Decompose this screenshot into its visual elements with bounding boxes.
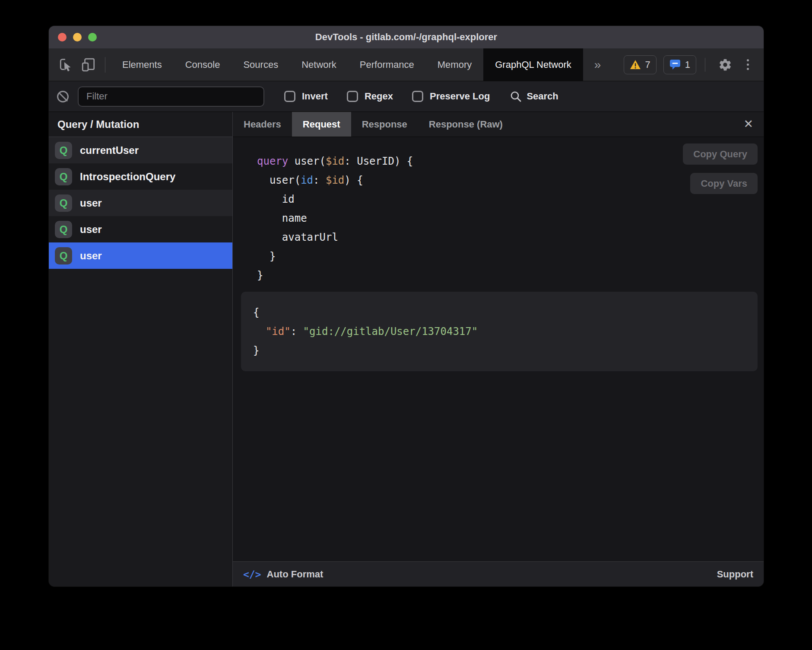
- query-mutation-header: Query / Mutation: [49, 112, 232, 137]
- code-line: "id": "gid://gitlab/User/13704317": [253, 322, 747, 341]
- graphql-query-code: query user($id: UserID) { user(id: $id) …: [241, 152, 758, 285]
- device-toolbar-icon[interactable]: [79, 55, 98, 75]
- devtools-window: DevTools - gitlab.com/-/graphql-explorer…: [49, 26, 764, 586]
- code-line: user(id: $id) {: [257, 171, 758, 190]
- search-label: Search: [527, 91, 558, 102]
- checkbox-box[interactable]: [412, 91, 423, 102]
- inspect-element-icon[interactable]: [56, 55, 76, 75]
- code-line: {: [253, 303, 747, 322]
- message-bubble-icon: [669, 59, 681, 70]
- message-count: 1: [685, 59, 690, 70]
- query-name-label: user: [80, 197, 102, 209]
- sidebar: Query / Mutation Q currentUser Q Introsp…: [49, 112, 233, 586]
- devtools-tab[interactable]: Network: [290, 48, 348, 81]
- support-link[interactable]: Support: [717, 569, 753, 580]
- devtools-tab[interactable]: Performance: [348, 48, 426, 81]
- checkbox-box[interactable]: [284, 91, 295, 102]
- copy-query-button[interactable]: Copy Query: [683, 143, 758, 165]
- devtools-tab[interactable]: GraphQL Network: [483, 48, 583, 81]
- detail-tab[interactable]: Response (Raw): [418, 112, 514, 137]
- detail-tabs: HeadersRequestResponseResponse (Raw): [233, 112, 514, 137]
- checkbox-label: Invert: [302, 91, 328, 102]
- query-list-item[interactable]: Q IntrospectionQuery: [49, 163, 232, 190]
- detail-panel: HeadersRequestResponseResponse (Raw) ✕ q…: [233, 112, 764, 586]
- auto-format-label: Auto Format: [267, 569, 324, 580]
- query-type-badge: Q: [55, 194, 72, 212]
- query-list-item[interactable]: Q user: [49, 242, 232, 269]
- toolbar-divider: [105, 57, 105, 73]
- filter-options: Invert Regex Preserve Log: [284, 91, 490, 102]
- query-type-badge: Q: [55, 168, 72, 185]
- request-pane: query user($id: UserID) { user(id: $id) …: [233, 137, 764, 561]
- main-split: Query / Mutation Q currentUser Q Introsp…: [49, 112, 764, 586]
- kebab-menu-icon[interactable]: [743, 57, 752, 72]
- code-line: }: [257, 247, 758, 266]
- code-line: id: [257, 190, 758, 209]
- search-toggle[interactable]: Search: [510, 90, 558, 102]
- detail-tab[interactable]: Request: [292, 112, 351, 137]
- statusbar: </> Auto Format Support: [233, 561, 764, 586]
- query-name-label: user: [80, 250, 102, 262]
- code-line: }: [257, 266, 758, 285]
- detail-tab[interactable]: Headers: [233, 112, 292, 137]
- warning-count: 7: [645, 59, 650, 70]
- close-detail-icon[interactable]: ✕: [743, 118, 753, 130]
- warning-triangle-icon: [630, 60, 641, 70]
- warnings-badge[interactable]: 7: [624, 55, 657, 74]
- code-line: name: [257, 209, 758, 228]
- query-type-badge: Q: [55, 142, 72, 159]
- devtools-tabbar: ElementsConsoleSourcesNetworkPerformance…: [49, 48, 764, 81]
- clear-log-icon[interactable]: [57, 91, 69, 102]
- filter-checkbox[interactable]: Preserve Log: [412, 91, 490, 102]
- devtools-tab[interactable]: Memory: [426, 48, 483, 81]
- detail-tab[interactable]: Response: [351, 112, 418, 137]
- query-name-label: currentUser: [80, 144, 139, 156]
- messages-badge[interactable]: 1: [663, 55, 696, 74]
- devtools-tab[interactable]: Sources: [232, 48, 290, 81]
- auto-format-button[interactable]: </> Auto Format: [243, 569, 323, 580]
- copy-buttons: Copy Query Copy Vars: [683, 143, 758, 194]
- checkbox-box[interactable]: [347, 91, 358, 102]
- filter-checkbox[interactable]: Invert: [284, 91, 328, 102]
- query-name-label: user: [80, 223, 102, 236]
- query-type-badge: Q: [55, 221, 72, 238]
- code-line: avatarUrl: [257, 228, 758, 247]
- query-list-item[interactable]: Q user: [49, 216, 232, 242]
- filter-toolbar: Invert Regex Preserve Log Search: [49, 81, 764, 112]
- window-title: DevTools - gitlab.com/-/graphql-explorer: [49, 32, 764, 43]
- detail-tabbar: HeadersRequestResponseResponse (Raw) ✕: [233, 112, 764, 137]
- filter-checkbox[interactable]: Regex: [347, 91, 393, 102]
- settings-gear-icon[interactable]: [715, 55, 735, 75]
- code-brackets-icon: </>: [243, 569, 261, 580]
- query-list-item[interactable]: Q currentUser: [49, 137, 232, 163]
- checkbox-label: Preserve Log: [430, 91, 490, 102]
- query-type-badge: Q: [55, 247, 72, 264]
- search-icon: [510, 90, 522, 102]
- more-tabs-chevron-icon[interactable]: »: [594, 58, 601, 72]
- toolbar-divider: [705, 58, 705, 72]
- query-name-label: IntrospectionQuery: [80, 171, 175, 183]
- code-line: query user($id: UserID) {: [257, 152, 758, 171]
- devtools-tab[interactable]: Console: [174, 48, 232, 81]
- variables-block: { "id": "gid://gitlab/User/13704317"}: [241, 292, 758, 371]
- code-line: }: [253, 341, 747, 360]
- filter-input[interactable]: [78, 86, 264, 107]
- copy-vars-button[interactable]: Copy Vars: [690, 173, 758, 194]
- panel-tabs: ElementsConsoleSourcesNetworkPerformance…: [111, 48, 583, 81]
- query-list: Q currentUser Q IntrospectionQuery Q use…: [49, 137, 232, 586]
- devtools-tab[interactable]: Elements: [111, 48, 174, 81]
- tabbar-right-controls: 7 1: [624, 55, 764, 75]
- query-list-item[interactable]: Q user: [49, 190, 232, 216]
- checkbox-label: Regex: [365, 91, 393, 102]
- titlebar: DevTools - gitlab.com/-/graphql-explorer: [49, 26, 764, 48]
